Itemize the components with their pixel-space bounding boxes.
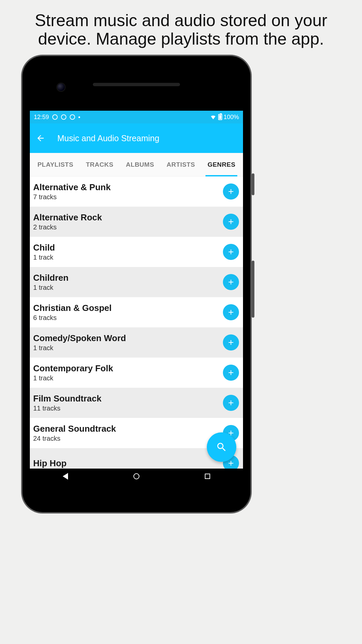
- search-fab[interactable]: [207, 432, 236, 462]
- arrow-left-icon: [36, 133, 45, 143]
- phone-speaker: [93, 83, 180, 86]
- plus-icon: [227, 187, 235, 196]
- list-item[interactable]: Alternative Rock2 tracks: [30, 207, 243, 237]
- status-right: 100%: [210, 114, 239, 121]
- list-item-text: Alternative & Punk7 tracks: [33, 182, 223, 201]
- android-nav-bar: [30, 469, 243, 484]
- battery-percent: 100%: [224, 114, 239, 121]
- add-button[interactable]: [223, 244, 239, 260]
- app-bar: Music and Audio Streaming: [30, 123, 243, 153]
- genre-name: Comedy/Spoken Word: [33, 333, 223, 343]
- plus-icon: [227, 248, 235, 256]
- app-title: Music and Audio Streaming: [57, 133, 159, 143]
- nav-home-icon[interactable]: [133, 473, 139, 479]
- genre-track-count: 6 tracks: [33, 314, 223, 322]
- tab-genres[interactable]: GENRES: [205, 153, 237, 176]
- list-item-text: Contemporary Folk1 track: [33, 363, 223, 382]
- genre-track-count: 11 tracks: [33, 405, 223, 412]
- genre-name: Alternative & Punk: [33, 182, 223, 193]
- genre-track-count: 24 tracks: [33, 435, 223, 442]
- list-item[interactable]: Contemporary Folk1 track: [30, 358, 243, 388]
- add-button[interactable]: [223, 395, 239, 411]
- add-button[interactable]: [223, 334, 239, 351]
- status-left: 12:59: [34, 114, 80, 121]
- status-bar: 12:59 100%: [30, 111, 243, 123]
- list-item-text: Hip Hop: [33, 458, 223, 469]
- genre-name: Alternative Rock: [33, 212, 223, 223]
- genre-name: Christian & Gospel: [33, 303, 223, 313]
- list-item[interactable]: Comedy/Spoken Word1 track: [30, 327, 243, 358]
- add-button[interactable]: [223, 274, 239, 290]
- plus-icon: [227, 278, 235, 286]
- screen: 12:59 100% Music and Audio Streaming PLA…: [30, 111, 243, 469]
- add-button[interactable]: [223, 304, 239, 320]
- plus-icon: [227, 308, 235, 316]
- list-item-text: Comedy/Spoken Word1 track: [33, 333, 223, 352]
- list-item-text: Alternative Rock2 tracks: [33, 212, 223, 231]
- battery-icon: 100%: [218, 114, 239, 121]
- status-time: 12:59: [34, 114, 49, 121]
- genre-track-count: 7 tracks: [33, 193, 223, 201]
- genre-track-count: 1 track: [33, 374, 223, 382]
- list-item[interactable]: Child1 track: [30, 237, 243, 267]
- list-item-text: Christian & Gospel6 tracks: [33, 303, 223, 322]
- status-icon: [52, 114, 58, 120]
- plus-icon: [227, 218, 235, 226]
- genre-track-count: 1 track: [33, 344, 223, 352]
- list-item-text: Child1 track: [33, 243, 223, 261]
- list-item-text: General Soundtrack24 tracks: [33, 424, 223, 442]
- phone-side-button: [252, 261, 254, 318]
- tab-tracks[interactable]: TRACKS: [84, 153, 115, 176]
- status-icon: [61, 114, 66, 120]
- genre-track-count: 1 track: [33, 254, 223, 261]
- genre-name: Film Soundtrack: [33, 393, 223, 404]
- phone-camera: [57, 84, 65, 91]
- tab-artists[interactable]: ARTISTS: [165, 153, 197, 176]
- genre-name: Hip Hop: [33, 458, 223, 469]
- plus-icon: [227, 369, 235, 377]
- plus-icon: [227, 338, 235, 346]
- plus-icon: [227, 459, 235, 467]
- status-icon: [78, 116, 80, 118]
- list-item[interactable]: Alternative & Punk7 tracks: [30, 176, 243, 207]
- genre-list[interactable]: Alternative & Punk7 tracksAlternative Ro…: [30, 176, 243, 469]
- list-item-text: Children1 track: [33, 273, 223, 291]
- list-item[interactable]: Children1 track: [30, 267, 243, 297]
- plus-icon: [227, 399, 235, 407]
- nav-recent-icon[interactable]: [205, 474, 210, 479]
- wifi-icon: [210, 114, 216, 120]
- add-button[interactable]: [223, 183, 239, 200]
- genre-name: Child: [33, 243, 223, 253]
- tab-albums[interactable]: ALBUMS: [124, 153, 156, 176]
- nav-back-icon[interactable]: [63, 473, 68, 480]
- list-item-text: Film Soundtrack11 tracks: [33, 393, 223, 412]
- tab-playlists[interactable]: PLAYLISTS: [36, 153, 75, 176]
- search-icon: [216, 441, 227, 453]
- genre-name: Children: [33, 273, 223, 283]
- tab-bar: PLAYLISTSTRACKSALBUMSARTISTSGENRES: [30, 153, 243, 176]
- genre-name: Contemporary Folk: [33, 363, 223, 374]
- promo-caption: Stream music and audio stored on your de…: [7, 11, 355, 48]
- list-item[interactable]: Christian & Gospel6 tracks: [30, 297, 243, 327]
- genre-track-count: 1 track: [33, 284, 223, 291]
- add-button[interactable]: [223, 365, 239, 381]
- list-item[interactable]: Film Soundtrack11 tracks: [30, 388, 243, 418]
- status-icon: [70, 114, 75, 120]
- genre-name: General Soundtrack: [33, 424, 223, 434]
- genre-track-count: 2 tracks: [33, 223, 223, 231]
- phone-frame: 12:59 100% Music and Audio Streaming PLA…: [22, 56, 250, 512]
- back-button[interactable]: [33, 131, 48, 146]
- add-button[interactable]: [223, 214, 239, 230]
- phone-side-button: [252, 173, 254, 195]
